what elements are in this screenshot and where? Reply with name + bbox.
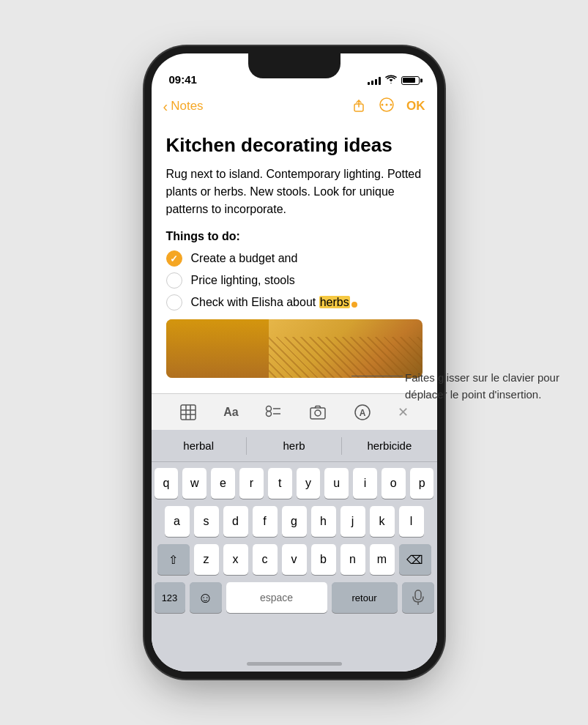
ok-button[interactable]: OK: [406, 99, 425, 114]
key-k[interactable]: k: [370, 506, 395, 537]
key-a[interactable]: a: [165, 506, 190, 537]
annotation-label: Faites glisser sur le clavier pour dépla…: [405, 370, 566, 403]
autocomplete-bar: herbal herb herbicide: [152, 430, 437, 462]
wifi-icon: [385, 75, 397, 86]
key-l[interactable]: l: [399, 506, 424, 537]
text-before-highlight: Check with Elisha about: [191, 296, 319, 308]
mic-key[interactable]: [402, 582, 434, 613]
shift-key[interactable]: ⇧: [157, 544, 190, 575]
key-w[interactable]: w: [182, 468, 206, 499]
key-i[interactable]: i: [353, 468, 377, 499]
key-t[interactable]: t: [268, 468, 292, 499]
key-q[interactable]: q: [155, 468, 179, 499]
key-b[interactable]: b: [311, 544, 336, 575]
svg-rect-19: [415, 590, 421, 600]
checklist-item-2[interactable]: Price lighting, stools: [166, 272, 423, 289]
keyboard-row-2: a s d f g h j k l: [155, 506, 434, 537]
key-e[interactable]: e: [211, 468, 235, 499]
phone-frame: 09:41 ‹ Notes: [152, 53, 437, 672]
status-time: 09:41: [169, 73, 197, 86]
key-h[interactable]: h: [311, 506, 336, 537]
svg-point-3: [386, 103, 388, 105]
checklist-button[interactable]: [265, 404, 283, 421]
nav-bar: ‹ Notes OK: [152, 90, 437, 122]
keyboard-row-3: ⇧ z x c v b n m ⌫: [155, 544, 434, 575]
key-u[interactable]: u: [324, 468, 349, 499]
svg-rect-6: [181, 405, 196, 420]
keyboard-row-1: q w e r t y u i o p: [155, 468, 434, 499]
key-r[interactable]: r: [239, 468, 264, 499]
checkbox-1[interactable]: [166, 250, 182, 267]
space-key[interactable]: espace: [226, 582, 327, 613]
key-x[interactable]: x: [223, 544, 248, 575]
svg-point-16: [315, 410, 321, 416]
annotation-text: Faites glisser sur le clavier pour dépla…: [405, 370, 566, 403]
svg-text:A: A: [360, 407, 366, 417]
note-body: Rug next to island. Contemporary lightin…: [166, 166, 423, 218]
key-y[interactable]: y: [297, 468, 321, 499]
checklist-item-3[interactable]: Check with Elisha about herbs: [166, 294, 423, 311]
svg-point-2: [382, 103, 384, 105]
autocomplete-word-3[interactable]: herbicide: [342, 434, 436, 458]
backspace-key[interactable]: ⌫: [399, 544, 431, 575]
checklist-text-2: Price lighting, stools: [191, 274, 295, 287]
home-indicator: [247, 662, 342, 666]
key-s[interactable]: s: [194, 506, 219, 537]
key-g[interactable]: g: [282, 506, 307, 537]
things-label: Things to do:: [166, 230, 423, 243]
key-d[interactable]: d: [223, 506, 248, 537]
svg-point-12: [267, 411, 272, 416]
keyboard: q w e r t y u i o p a s d f g h j k: [152, 462, 437, 672]
signal-icon: [368, 76, 381, 85]
autocomplete-word-1[interactable]: herbal: [152, 434, 246, 458]
markup-button[interactable]: A: [354, 404, 371, 421]
nav-back-label: Notes: [171, 99, 203, 114]
svg-point-11: [267, 406, 272, 411]
key-m[interactable]: m: [370, 544, 395, 575]
svg-point-4: [390, 103, 392, 105]
key-n[interactable]: n: [340, 544, 365, 575]
checkbox-2[interactable]: [166, 272, 182, 289]
back-chevron-icon: ‹: [163, 99, 168, 114]
highlighted-word: herbs: [319, 296, 350, 308]
checklist-item-1[interactable]: Create a budget and: [166, 250, 423, 267]
more-button[interactable]: [379, 97, 395, 116]
nav-actions: OK: [351, 97, 425, 116]
camera-button[interactable]: [309, 404, 327, 421]
status-icons: [368, 75, 420, 86]
share-button[interactable]: [351, 97, 367, 116]
table-button[interactable]: [179, 404, 197, 421]
battery-icon: [401, 76, 420, 85]
autocomplete-word-2[interactable]: herb: [247, 434, 341, 458]
key-c[interactable]: c: [253, 544, 278, 575]
note-area[interactable]: Kitchen decorating ideas Rug next to isl…: [152, 122, 437, 391]
note-title: Kitchen decorating ideas: [166, 134, 423, 157]
key-p[interactable]: p: [410, 468, 434, 499]
key-v[interactable]: v: [282, 544, 307, 575]
keyboard-row-4: 123 ☺ espace retour: [155, 582, 434, 613]
nav-back-button[interactable]: ‹ Notes: [163, 99, 204, 114]
checklist-text-1: Create a budget and: [191, 252, 298, 265]
notch: [248, 53, 340, 78]
formatting-toolbar: Aa A: [152, 393, 437, 430]
key-j[interactable]: j: [340, 506, 365, 537]
text-cursor: [351, 302, 357, 308]
things-to-do-section: Things to do: Create a budget and Price …: [166, 230, 423, 311]
note-content: Kitchen decorating ideas Rug next to isl…: [152, 122, 437, 672]
annotation-line: [351, 376, 403, 376]
format-button[interactable]: Aa: [223, 406, 238, 419]
key-f[interactable]: f: [253, 506, 278, 537]
key-z[interactable]: z: [194, 544, 219, 575]
note-image: [166, 319, 423, 378]
checklist-text-3: Check with Elisha about herbs: [191, 296, 357, 309]
return-key[interactable]: retour: [332, 582, 398, 613]
emoji-key[interactable]: ☺: [190, 582, 222, 613]
key-o[interactable]: o: [382, 468, 406, 499]
checkbox-3[interactable]: [166, 294, 182, 311]
close-button[interactable]: ✕: [398, 404, 409, 420]
numbers-key[interactable]: 123: [155, 582, 185, 613]
